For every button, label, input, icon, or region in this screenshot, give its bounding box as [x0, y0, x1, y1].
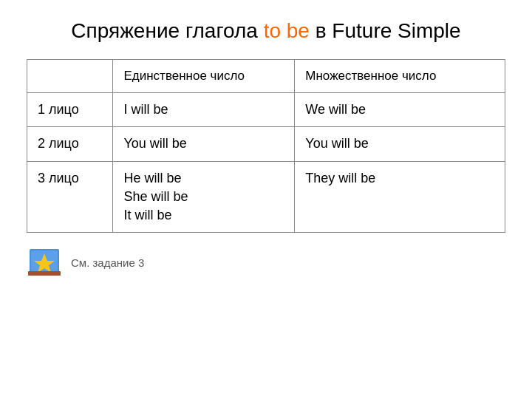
row3-plural: They will be — [295, 161, 505, 233]
row3-label: 3 лицо — [27, 161, 113, 233]
page-title: Спряжение глагола to be в Future Simple — [27, 18, 505, 44]
row1-label: 1 лицо — [27, 93, 113, 127]
header-col1 — [27, 60, 113, 93]
row2-label: 2 лицо — [27, 127, 113, 161]
row1-singular: I will be — [113, 93, 295, 127]
row2-singular: You will be — [113, 127, 295, 161]
row2-plural: You will be — [295, 127, 505, 161]
page: Спряжение глагола to be в Future Simple … — [0, 0, 532, 399]
row3-singular: He will be She will be It will be — [113, 161, 295, 233]
title-suffix: в Future Simple — [310, 19, 461, 42]
header-col2: Единственное число — [113, 60, 295, 93]
table-header-row: Единственное число Множественное число — [27, 60, 505, 93]
header-col3: Множественное число — [295, 60, 505, 93]
svg-rect-3 — [28, 271, 61, 276]
title-prefix: Спряжение глагола — [71, 19, 263, 42]
footer-link[interactable]: См. задание 3 — [71, 256, 144, 269]
conjugation-table: Единственное число Множественное число 1… — [27, 59, 505, 233]
row1-plural: We will be — [295, 93, 505, 127]
title-highlight: to be — [264, 19, 310, 42]
table-row: 1 лицо I will be We will be — [27, 93, 505, 127]
book-icon — [27, 245, 62, 280]
footer: См. задание 3 — [27, 245, 505, 280]
table-row: 3 лицо He will be She will be It will be… — [27, 161, 505, 233]
table-row: 2 лицо You will be You will be — [27, 127, 505, 161]
